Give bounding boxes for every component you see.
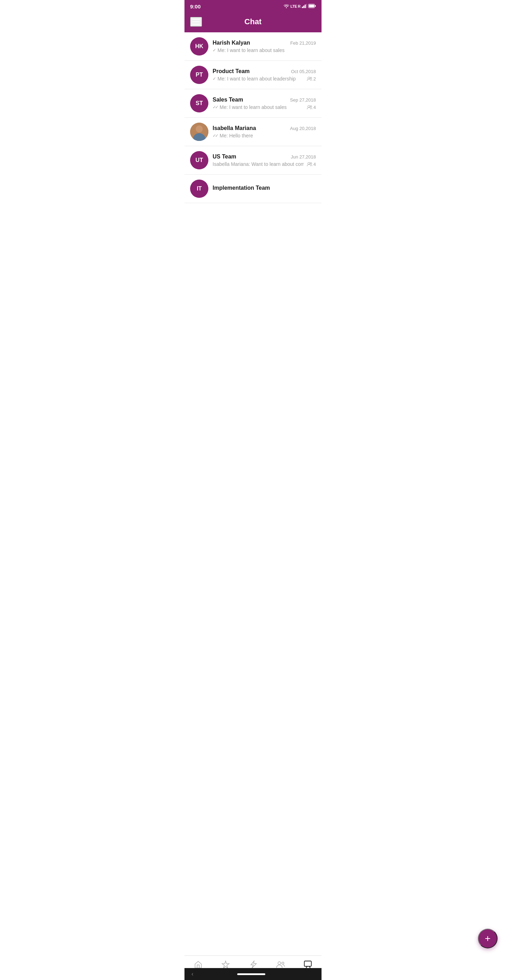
svg-rect-2 — [305, 5, 306, 8]
preview-text: Me: Hello there — [220, 133, 253, 138]
avatar: ST — [190, 94, 208, 113]
preview-text: Me: I want to learn about sales — [218, 48, 285, 53]
chat-name: Implementation Team — [213, 185, 270, 191]
svg-point-13 — [194, 135, 205, 141]
member-count: 4 — [313, 105, 316, 110]
double-check-icon: ✓✓ — [213, 133, 218, 138]
chat-content: Harish Kalyan Feb 21,2019 ✓ Me: I want t… — [213, 40, 316, 53]
lte-indicator: LTE R — [291, 4, 301, 8]
chat-top: Sales Team Sep 27,2018 — [213, 97, 316, 103]
signal-icon — [302, 4, 307, 9]
chat-bottom: ✓✓ Me: Hello there — [213, 133, 316, 138]
avatar: IT — [190, 180, 208, 198]
chat-bottom: ✓ Me: I want to learn about sales — [213, 48, 316, 53]
members-badge: 4 — [307, 105, 316, 110]
chat-content: US Team Jun 27,2018 Isabella Mariana: Wa… — [213, 154, 316, 167]
chat-date: Aug 20,2018 — [290, 126, 316, 131]
svg-rect-1 — [303, 6, 304, 8]
svg-rect-6 — [309, 5, 314, 7]
chat-content: Sales Team Sep 27,2018 ✓✓ Me: I want to … — [213, 97, 316, 110]
svg-point-14 — [196, 127, 202, 132]
members-badge: 4 — [307, 162, 316, 167]
header-title: Chat — [245, 17, 262, 26]
chat-item[interactable]: HK Harish Kalyan Feb 21,2019 ✓ Me: I wan… — [185, 32, 321, 61]
chat-content: Product Team Oct 05,2018 ✓ Me: I want to… — [213, 68, 316, 81]
chat-date: Oct 05,2018 — [291, 69, 316, 74]
chat-name: Sales Team — [213, 97, 243, 103]
check-icon: ✓ — [213, 76, 216, 81]
status-icons: LTE R — [283, 4, 316, 9]
chat-preview: ✓ Me: I want to learn about sales — [213, 48, 316, 53]
chat-name: Isabella Mariana — [213, 125, 256, 131]
svg-point-16 — [310, 162, 312, 164]
chat-bottom: Isabella Mariana: Want to learn about co… — [213, 161, 316, 167]
chat-top: Isabella Mariana Aug 20,2018 — [213, 125, 316, 131]
chat-preview: Isabella Mariana: Want to learn about co… — [213, 161, 304, 167]
chat-list: HK Harish Kalyan Feb 21,2019 ✓ Me: I wan… — [185, 32, 321, 260]
chat-preview: ✓✓ Me: Hello there — [213, 133, 316, 138]
chat-item[interactable]: IT Implementation Team — [185, 175, 321, 203]
chat-item[interactable]: Isabella Mariana Aug 20,2018 ✓✓ Me: Hell… — [185, 118, 321, 146]
avatar: PT — [190, 66, 208, 84]
chat-top: Implementation Team — [213, 185, 316, 191]
hamburger-line-3 — [192, 24, 200, 25]
wifi-icon — [283, 4, 289, 9]
preview-text: Me: I want to learn about sales — [220, 104, 287, 110]
svg-point-9 — [308, 105, 310, 108]
avatar — [190, 123, 208, 141]
svg-point-15 — [308, 162, 310, 164]
check-icon: ✓ — [213, 48, 216, 53]
chat-bottom: ✓ Me: I want to learn about leadership 2 — [213, 76, 316, 81]
avatar: HK — [190, 37, 208, 56]
svg-point-10 — [310, 105, 312, 107]
hamburger-line-1 — [192, 19, 200, 20]
battery-icon — [308, 4, 316, 9]
chat-content: Isabella Mariana Aug 20,2018 ✓✓ Me: Hell… — [213, 125, 316, 138]
hamburger-line-2 — [192, 21, 200, 22]
chat-preview: ✓ Me: I want to learn about leadership — [213, 76, 304, 81]
members-badge: 2 — [307, 76, 316, 81]
member-count: 2 — [313, 76, 316, 81]
chat-name: Product Team — [213, 68, 250, 75]
chat-name: Harish Kalyan — [213, 40, 250, 46]
svg-point-7 — [308, 77, 310, 79]
chat-item[interactable]: PT Product Team Oct 05,2018 ✓ Me: I want… — [185, 61, 321, 89]
chat-item[interactable]: ST Sales Team Sep 27,2018 ✓✓ Me: I want … — [185, 89, 321, 118]
status-bar: 9:00 LTE R — [185, 0, 321, 13]
chat-preview: ✓✓ Me: I want to learn about sales — [213, 104, 304, 110]
avatar: UT — [190, 151, 208, 169]
svg-rect-5 — [315, 5, 316, 7]
chat-bottom: ✓✓ Me: I want to learn about sales 4 — [213, 104, 316, 110]
app-header: Chat — [185, 13, 321, 32]
svg-rect-0 — [302, 7, 303, 8]
status-time: 9:00 — [190, 3, 200, 10]
svg-point-11 — [190, 123, 208, 141]
preview-text: Me: I want to learn about leadership — [218, 76, 296, 81]
chat-content: Implementation Team — [213, 185, 316, 192]
chat-item[interactable]: UT US Team Jun 27,2018 Isabella Mariana:… — [185, 146, 321, 175]
chat-top: Harish Kalyan Feb 21,2019 — [213, 40, 316, 46]
chat-top: US Team Jun 27,2018 — [213, 154, 316, 160]
chat-date: Jun 27,2018 — [291, 154, 316, 159]
chat-date: Sep 27,2018 — [290, 97, 316, 103]
double-check-icon: ✓✓ — [213, 105, 218, 110]
chat-name: US Team — [213, 154, 236, 160]
chat-date: Feb 21,2019 — [290, 40, 316, 46]
svg-rect-3 — [306, 4, 307, 8]
hamburger-button[interactable] — [190, 17, 202, 27]
member-count: 4 — [313, 162, 316, 167]
svg-point-8 — [310, 77, 312, 78]
preview-text: Isabella Mariana: Want to learn about co… — [213, 161, 304, 167]
chat-top: Product Team Oct 05,2018 — [213, 68, 316, 75]
svg-point-12 — [196, 126, 202, 132]
